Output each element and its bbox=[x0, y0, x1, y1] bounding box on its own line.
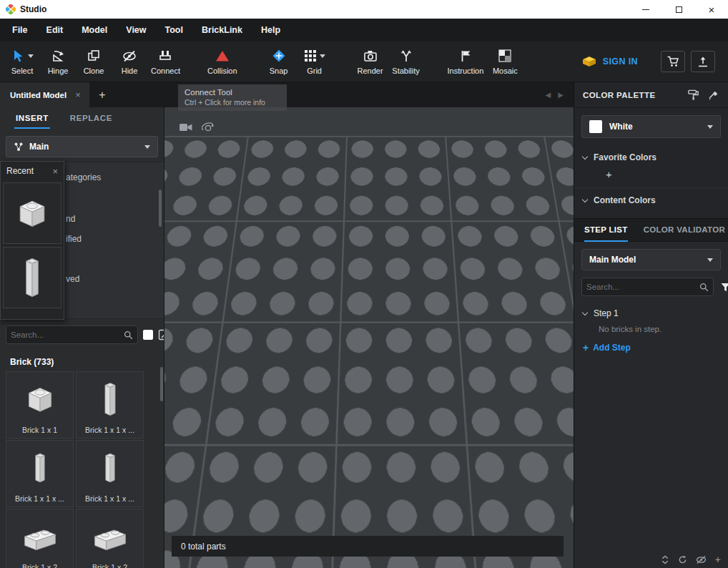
close-button[interactable]: × bbox=[695, 0, 728, 19]
stability-icon bbox=[399, 49, 413, 63]
document-tab-strip: Untitled Model × + ◀ ▶ bbox=[0, 82, 574, 107]
refresh-icon[interactable] bbox=[678, 555, 687, 564]
hinge-tool-button[interactable]: Hinge bbox=[40, 41, 76, 82]
category-item[interactable]: nd bbox=[66, 214, 75, 224]
step-search bbox=[581, 278, 714, 296]
part-tile[interactable]: Brick 1 x 2 bbox=[6, 509, 74, 568]
maximize-button[interactable] bbox=[662, 0, 695, 19]
menu-bricklink[interactable]: BrickLink bbox=[192, 19, 252, 41]
menu-file[interactable]: File bbox=[3, 19, 37, 41]
eyedropper-icon[interactable] bbox=[708, 89, 719, 101]
solid-color-filter-button[interactable] bbox=[143, 328, 153, 342]
new-tab-button[interactable]: + bbox=[89, 82, 115, 107]
orbit-rotate-icon[interactable] bbox=[202, 122, 215, 134]
grid-tool-button[interactable]: Grid bbox=[297, 41, 333, 82]
hide-tool-button[interactable]: Hide bbox=[112, 41, 147, 82]
recent-part-tile[interactable] bbox=[3, 182, 62, 244]
part-tile[interactable]: Brick 1 x 1 x ... bbox=[76, 440, 144, 507]
brick-1x1-thumb-icon bbox=[22, 380, 58, 418]
part-tile[interactable]: Brick 1 x 1 bbox=[6, 371, 74, 439]
step-list-panel: Main Model Step 1 No bricks in step. + A… bbox=[574, 242, 728, 568]
sign-in-button[interactable]: SIGN IN bbox=[603, 57, 638, 67]
palette-dropdown-value: Main bbox=[29, 142, 49, 152]
menu-view[interactable]: View bbox=[117, 19, 155, 41]
render-tool-button[interactable]: Render bbox=[353, 41, 388, 82]
tab-close-icon[interactable]: × bbox=[75, 89, 81, 100]
model-dropdown[interactable]: Main Model bbox=[581, 249, 721, 270]
step-search-input[interactable] bbox=[586, 283, 697, 291]
palette-dropdown[interactable]: Main bbox=[6, 136, 158, 157]
paint-tool-icon[interactable] bbox=[687, 89, 699, 101]
step-item[interactable]: Step 1 bbox=[574, 302, 728, 321]
menu-tool[interactable]: Tool bbox=[156, 19, 192, 41]
favorite-colors-label: Favorite Colors bbox=[594, 152, 656, 162]
clone-icon bbox=[87, 49, 101, 63]
favorite-colors-section[interactable]: Favorite Colors bbox=[574, 145, 728, 168]
select-cursor-icon bbox=[11, 49, 25, 63]
filter-funnel-icon[interactable] bbox=[720, 282, 728, 293]
collision-tool-button[interactable]: Collision bbox=[204, 41, 241, 82]
tooltip-subtitle: Ctrl + Click for more info bbox=[185, 98, 280, 107]
connect-tool-button[interactable]: Connect bbox=[147, 41, 184, 82]
studio-logo-icon bbox=[6, 4, 16, 14]
part-label: Brick 1 x 2 bbox=[22, 563, 57, 568]
close-icon: × bbox=[709, 4, 715, 15]
category-item[interactable]: ified bbox=[66, 234, 82, 244]
part-tile[interactable]: Brick 1 x 1 x ... bbox=[6, 440, 74, 507]
viewport-3d[interactable]: 0 total parts bbox=[164, 107, 574, 568]
baseplate-grid[interactable] bbox=[164, 136, 574, 568]
tab-color-validator[interactable]: COLOR VALIDATOR bbox=[644, 218, 725, 242]
brick-1x1-tall-thumb-icon bbox=[18, 254, 46, 301]
tab-replace[interactable]: REPLACE bbox=[70, 107, 112, 130]
tab-untitled-model[interactable]: Untitled Model × bbox=[0, 82, 89, 107]
tab-scroll-right-icon[interactable]: ▶ bbox=[558, 91, 564, 99]
menu-help[interactable]: Help bbox=[252, 19, 290, 41]
category-scrollbar[interactable] bbox=[159, 190, 162, 227]
chevron-down-icon bbox=[144, 145, 150, 152]
parts-scrollbar[interactable] bbox=[160, 367, 163, 401]
menu-edit[interactable]: Edit bbox=[37, 19, 73, 41]
render-camera-icon bbox=[363, 49, 378, 63]
mosaic-tool-button[interactable]: Mosaic bbox=[487, 41, 523, 82]
part-tile[interactable]: Brick 1 x 1 x ... bbox=[76, 371, 144, 439]
category-item[interactable]: ategories bbox=[66, 172, 101, 182]
category-item[interactable]: ved bbox=[66, 274, 79, 284]
parts-browser: Brick (733) Brick 1 x 1 Brick 1 x 1 x ..… bbox=[0, 350, 164, 568]
right-panel: COLOR PALETTE White Favorite Colors + Co… bbox=[574, 82, 728, 568]
parts-section-title: Brick (733) bbox=[6, 351, 159, 371]
content-colors-section[interactable]: Content Colors bbox=[574, 188, 728, 211]
camera-icon[interactable] bbox=[179, 122, 193, 134]
tooltip-title: Connect Tool bbox=[185, 88, 280, 97]
tab-insert[interactable]: INSERT bbox=[16, 107, 49, 130]
grid-icon bbox=[304, 49, 317, 62]
chevron-down-icon bbox=[707, 258, 713, 265]
parts-search-input[interactable] bbox=[11, 330, 121, 339]
step-label: Step 1 bbox=[594, 308, 619, 318]
tab-step-list[interactable]: STEP LIST bbox=[584, 218, 628, 242]
color-dropdown[interactable]: White bbox=[581, 115, 721, 138]
add-step-button[interactable]: + Add Step bbox=[574, 335, 728, 361]
snap-tool-button[interactable]: Snap bbox=[261, 41, 297, 82]
selected-color-swatch bbox=[589, 120, 602, 133]
mosaic-icon bbox=[498, 49, 511, 62]
model-dropdown-value: Main Model bbox=[589, 255, 636, 265]
printed-parts-filter-button[interactable] bbox=[158, 328, 164, 342]
part-label: Brick 1 x 1 x ... bbox=[85, 494, 134, 506]
recent-part-tile[interactable] bbox=[3, 247, 62, 308]
add-icon[interactable]: + bbox=[715, 554, 721, 564]
instruction-tool-button[interactable]: Instruction bbox=[444, 41, 488, 82]
recent-close-icon[interactable]: × bbox=[52, 166, 58, 177]
stability-tool-button[interactable]: Stability bbox=[388, 41, 424, 82]
menu-model[interactable]: Model bbox=[72, 19, 117, 41]
part-tile[interactable]: Brick 1 x 2 bbox=[76, 509, 144, 568]
collapse-all-icon[interactable] bbox=[661, 555, 669, 564]
cart-button[interactable] bbox=[661, 51, 685, 72]
select-tool-button[interactable]: Select bbox=[4, 41, 40, 82]
minimize-button[interactable] bbox=[629, 0, 662, 19]
tab-scroll-left-icon[interactable]: ◀ bbox=[546, 91, 551, 99]
studio-app-window: Studio × File Edit Model View Tool Brick… bbox=[0, 0, 728, 568]
clone-tool-button[interactable]: Clone bbox=[76, 41, 112, 82]
upload-button[interactable] bbox=[691, 51, 715, 72]
eye-off-icon[interactable] bbox=[696, 555, 707, 564]
add-favorite-color-button[interactable]: + bbox=[574, 168, 728, 187]
